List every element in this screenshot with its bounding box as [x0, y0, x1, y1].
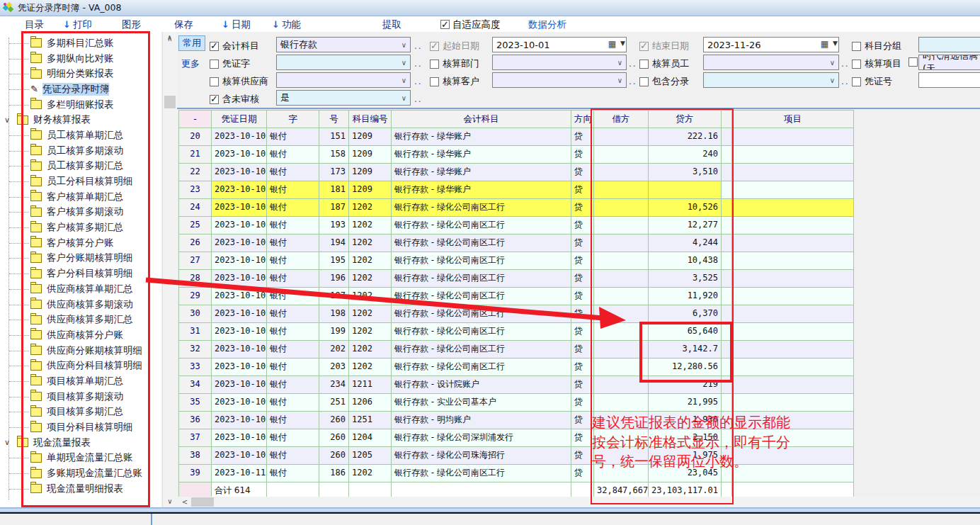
table-row[interactable]: 322023-10-10银付2021202银行存款 - 绿化公司南区工行贷3,1… [179, 341, 854, 359]
cell[interactable]: 196 [319, 270, 349, 288]
column-header[interactable]: 科目编号 [349, 111, 392, 128]
chevron-expanded-icon[interactable]: ∨ [4, 438, 13, 447]
cell[interactable]: 3,142.7 [649, 341, 722, 359]
cell[interactable] [722, 270, 732, 288]
cell[interactable]: 贷 [571, 341, 594, 359]
cell[interactable]: 10,438 [649, 252, 722, 270]
cell[interactable]: 银付 [267, 465, 319, 482]
cell[interactable]: 1202 [349, 359, 392, 376]
cell[interactable]: 贷 [571, 181, 594, 199]
cell[interactable]: 198 [319, 305, 349, 323]
filter-voucher-word[interactable]: 凭证字 [210, 57, 250, 70]
cell[interactable] [722, 376, 732, 394]
cell[interactable]: 银行存款 - 实业公司基本户 [392, 394, 571, 412]
row-number-cell[interactable]: 25 [179, 217, 212, 235]
cell[interactable] [732, 199, 854, 217]
cell[interactable]: 银付 [267, 146, 319, 164]
cell[interactable] [594, 270, 649, 288]
cell[interactable]: 2023-10-10 [212, 341, 267, 359]
include-entries-select[interactable]: ∨ [703, 72, 839, 88]
cell[interactable] [594, 412, 649, 429]
cell[interactable]: 1205 [349, 447, 392, 465]
cell[interactable]: 银行存款 - 绿化公司深圳浦发行 [392, 429, 571, 447]
filter-era-option[interactable] [908, 57, 918, 67]
cell[interactable]: 贷 [571, 412, 594, 429]
cell[interactable]: 银付 [267, 341, 319, 359]
cell[interactable] [732, 146, 854, 164]
cell[interactable]: 1202 [349, 341, 392, 359]
cell[interactable] [722, 146, 732, 164]
cell[interactable]: 银付 [267, 394, 319, 412]
filter-supplier[interactable]: 核算供应商 [210, 75, 268, 88]
cell[interactable]: 银行存款 - 绿华账户 [392, 146, 571, 164]
scrollbar-thumb[interactable] [191, 497, 214, 507]
tree-item[interactable]: 供应商分账期核算明细 [0, 343, 161, 359]
cell[interactable]: 6,370 [649, 305, 722, 323]
column-header[interactable]: 字 [267, 111, 319, 128]
scroll-left-icon[interactable]: < [178, 497, 191, 507]
cell[interactable]: 银付 [267, 235, 319, 252]
tree-item[interactable]: 客户分科目核算明细 [0, 266, 161, 281]
row-number-cell[interactable]: 31 [179, 323, 212, 341]
cell[interactable] [732, 270, 854, 288]
cell[interactable] [732, 341, 854, 359]
cell[interactable]: 202 [319, 341, 349, 359]
calendar-icon[interactable]: ▦ [608, 39, 616, 49]
cell[interactable] [594, 305, 649, 323]
cell[interactable]: 贷 [571, 128, 594, 146]
cell[interactable] [732, 323, 854, 341]
cell[interactable] [594, 146, 649, 164]
row-number-cell[interactable]: 35 [179, 394, 212, 412]
cell[interactable] [594, 235, 649, 252]
filter-employee[interactable]: 核算员工 [639, 57, 689, 70]
cell[interactable] [732, 235, 854, 252]
tree-item[interactable]: 现金流量明细报表 [0, 481, 161, 497]
cell[interactable]: 240 [649, 146, 722, 164]
tree-item[interactable]: 多账期现金流量汇总账 [0, 465, 161, 481]
cell[interactable] [594, 164, 649, 181]
cell[interactable]: 2023-10-10 [212, 128, 267, 146]
cell[interactable] [594, 128, 649, 146]
cell[interactable]: 181 [319, 181, 349, 199]
cell[interactable]: 1209 [349, 164, 392, 181]
cell[interactable] [594, 199, 649, 217]
chevron-down-icon[interactable]: ∨ [398, 91, 410, 105]
cell[interactable]: 151 [319, 128, 349, 146]
checkbox-icon[interactable] [639, 60, 649, 69]
menu-data-analysis[interactable]: 数据分析 [528, 18, 566, 30]
menu-save[interactable]: 保存 [174, 18, 193, 30]
cell[interactable] [722, 288, 732, 305]
row-number-cell[interactable]: 37 [179, 429, 212, 447]
menu-date[interactable]: ↓日期 [222, 18, 251, 30]
checkbox-icon[interactable] [210, 77, 219, 86]
cell[interactable]: 173 [319, 164, 349, 181]
tree-item[interactable]: 供应商核算单期汇总 [0, 281, 161, 297]
cell[interactable]: 贷 [571, 199, 594, 217]
cell[interactable]: 银付 [267, 164, 319, 181]
panel-vertical-scrollbar[interactable]: ∧ ∨ [162, 32, 177, 507]
checkbox-icon[interactable] [210, 42, 219, 51]
menu-catalog[interactable]: 目录 [25, 18, 44, 30]
cell[interactable] [732, 305, 854, 323]
cell[interactable]: 银行存款 - 绿化公司南区工行 [392, 199, 571, 217]
cell[interactable]: 1,930 [649, 412, 722, 429]
cell[interactable] [594, 465, 649, 482]
table-row[interactable]: 262023-10-10银付1941202银行存款 - 绿化公司南区工行贷4,2… [179, 235, 854, 252]
cell[interactable]: 1211 [349, 376, 392, 394]
cell[interactable] [722, 323, 732, 341]
cell[interactable] [732, 181, 854, 199]
tree-item[interactable]: 供应商核算多期汇总 [0, 312, 161, 327]
table-row[interactable]: 362023-10-10银付2601251银行存款 - 明均账户贷1,930 [179, 412, 854, 429]
table-row[interactable]: 242023-10-10银付1871202银行存款 - 绿化公司南区工行贷10,… [179, 199, 854, 217]
tree-item[interactable]: 员工核算多期滚动 [0, 143, 161, 159]
cell[interactable]: 1202 [349, 323, 392, 341]
cell[interactable] [732, 359, 854, 376]
cell[interactable]: 203 [319, 359, 349, 376]
checkbox-icon[interactable] [852, 60, 861, 69]
accounting-subject-select[interactable]: 银行存款∨ [276, 37, 411, 52]
tree-item[interactable]: 客户核算多期滚动 [0, 205, 161, 220]
table-row[interactable]: 222023-10-10银付1731209银行存款 - 绿华账户贷3,510 [179, 164, 854, 181]
cell[interactable]: 银付 [267, 199, 319, 217]
cell[interactable]: 贷 [571, 323, 594, 341]
cell[interactable]: 1209 [349, 146, 392, 164]
